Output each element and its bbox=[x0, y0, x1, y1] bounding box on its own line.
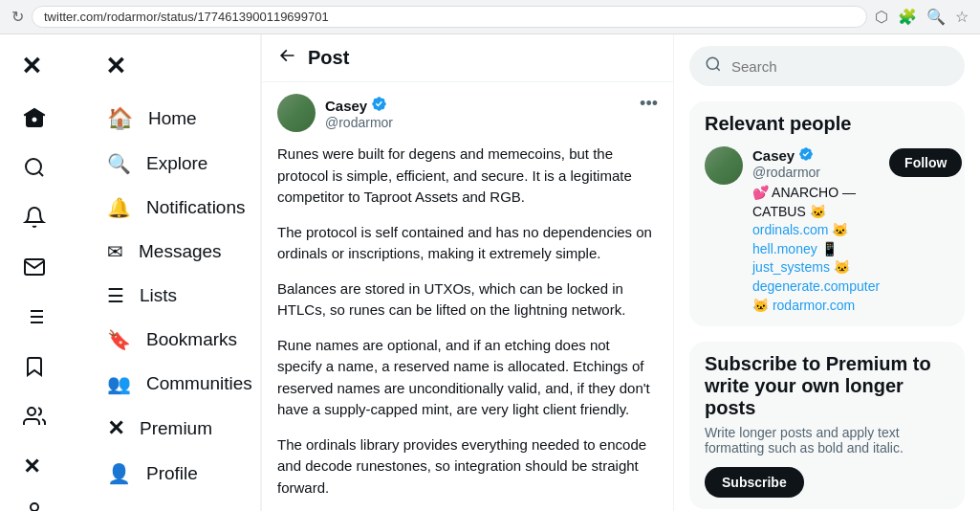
tweet-paragraph-1: Runes were built for degens and memecoin… bbox=[277, 144, 658, 209]
sidebar-item-premium-wide[interactable]: ✕ Premium bbox=[96, 407, 249, 451]
bio-link-ordinals[interactable]: ordinals.com bbox=[752, 222, 828, 237]
notifications-icon bbox=[23, 206, 46, 234]
sidebar-more-label: More bbox=[139, 507, 180, 511]
sidebar-item-communities-wide[interactable]: 👥 Communities bbox=[96, 363, 249, 405]
screenshot-icon[interactable]: ⬡ bbox=[875, 8, 888, 26]
person-info: Casey @rodarmor 💕 ANARCHO — CATBUS 🐱 ord… bbox=[752, 146, 880, 315]
lists-bars-icon: ☰ bbox=[107, 284, 124, 307]
more-circle-icon: ⊕ bbox=[107, 506, 123, 511]
url-bar[interactable] bbox=[32, 6, 867, 28]
back-button[interactable] bbox=[277, 46, 296, 70]
refresh-icon[interactable]: ↻ bbox=[11, 8, 24, 26]
tweet-paragraph-4: Rune names are optional, and if an etchi… bbox=[277, 335, 658, 421]
premium-icon: ✕ bbox=[23, 455, 40, 479]
sidebar-item-home[interactable] bbox=[11, 97, 73, 144]
sidebar-item-home-wide[interactable]: 🏠 Home bbox=[96, 97, 249, 141]
person-avatar[interactable] bbox=[705, 146, 743, 185]
sidebar: ✕ bbox=[0, 34, 84, 511]
relevant-people-widget: Relevant people Casey @rodarmor 💕 ANARCH… bbox=[689, 101, 965, 326]
sidebar-item-more-wide[interactable]: ⊕ More bbox=[96, 497, 249, 511]
zoom-icon[interactable]: 🔍 bbox=[926, 8, 946, 26]
bio-link-just[interactable]: just_systems bbox=[752, 259, 830, 275]
bio-emoji2: 📱 bbox=[821, 241, 838, 256]
search-icon bbox=[705, 56, 722, 77]
messages-env-icon: ✉ bbox=[107, 240, 123, 263]
sidebar-profile-label: Profile bbox=[146, 463, 198, 484]
verified-badge bbox=[371, 96, 387, 115]
right-sidebar: Relevant people Casey @rodarmor 💕 ANARCH… bbox=[674, 34, 980, 511]
sidebar-home-label: Home bbox=[148, 108, 197, 129]
person-verified-badge bbox=[798, 146, 814, 165]
lists-icon bbox=[23, 305, 46, 334]
author-name: Casey bbox=[325, 96, 393, 115]
main-content: Post Casey @rodarmor bbox=[261, 34, 674, 511]
person-bio-text: 💕 ANARCHO — CATBUS 🐱 bbox=[752, 185, 856, 219]
bookmarks-ribbon-icon: 🔖 bbox=[107, 328, 131, 351]
logo[interactable]: ✕ bbox=[11, 42, 73, 91]
profile-icon bbox=[23, 500, 46, 511]
bookmarks-icon bbox=[23, 355, 46, 384]
author-avatar[interactable] bbox=[277, 94, 316, 132]
sidebar-explore-label: Explore bbox=[146, 153, 207, 174]
author-handle: @rodarmor bbox=[325, 115, 393, 130]
notification-bell-icon: 🔔 bbox=[107, 196, 131, 219]
sidebar-item-messages[interactable] bbox=[11, 246, 73, 294]
sidebar-item-bookmarks[interactable] bbox=[11, 345, 73, 393]
sidebar-premium-label: Premium bbox=[140, 418, 212, 439]
sidebar-communities-label: Communities bbox=[146, 373, 252, 394]
sidebar-item-messages-wide[interactable]: ✉ Messages bbox=[96, 231, 249, 273]
svg-point-12 bbox=[707, 57, 718, 69]
bio-link-degen[interactable]: degenerate.computer bbox=[752, 278, 880, 294]
extension-icon[interactable]: 🧩 bbox=[898, 8, 917, 26]
search-bar[interactable] bbox=[689, 46, 965, 86]
sidebar-lists-label: Lists bbox=[140, 285, 177, 306]
relevant-person: Casey @rodarmor 💕 ANARCHO — CATBUS 🐱 ord… bbox=[705, 146, 949, 315]
tweet-paragraph-3: Balances are stored in UTXOs, which can … bbox=[277, 278, 658, 322]
messages-icon bbox=[23, 256, 46, 284]
sidebar-item-lists-wide[interactable]: ☰ Lists bbox=[96, 275, 249, 317]
sidebar-notifications-label: Notifications bbox=[146, 197, 246, 218]
logo-wide[interactable]: ✕ bbox=[96, 42, 249, 91]
author-info: Casey @rodarmor bbox=[325, 96, 393, 130]
person-name: Casey bbox=[752, 146, 880, 165]
svg-point-0 bbox=[26, 159, 41, 174]
sidebar-item-explore-wide[interactable]: 🔍 Explore bbox=[96, 143, 249, 185]
sidebar-item-profile[interactable] bbox=[11, 491, 73, 511]
home-icon-wide: 🏠 bbox=[107, 106, 133, 131]
svg-point-7 bbox=[28, 408, 35, 415]
tweet-container: Casey @rodarmor ••• Runes were built for… bbox=[262, 82, 673, 511]
explore-icon bbox=[23, 156, 46, 185]
premium-x-icon: ✕ bbox=[107, 416, 124, 441]
sidebar-item-bookmarks-wide[interactable]: 🔖 Bookmarks bbox=[96, 319, 249, 361]
home-icon bbox=[23, 106, 46, 135]
bio-emoji4: 🐱 bbox=[752, 298, 773, 313]
sidebar-item-notifications-wide[interactable]: 🔔 Notifications bbox=[96, 187, 249, 229]
svg-point-8 bbox=[31, 503, 38, 511]
communities-people-icon: 👥 bbox=[107, 372, 131, 395]
bio-link-hell[interactable]: hell.money bbox=[752, 241, 817, 256]
sidebar-item-notifications[interactable] bbox=[11, 196, 73, 244]
premium-description: Write longer posts and apply text format… bbox=[705, 425, 949, 455]
post-header: Post bbox=[262, 34, 673, 82]
bio-emoji3: 🐱 bbox=[834, 259, 850, 275]
tweet-more-button[interactable]: ••• bbox=[640, 94, 658, 114]
sidebar-item-lists[interactable] bbox=[11, 296, 73, 344]
sidebar-bookmarks-label: Bookmarks bbox=[146, 329, 237, 350]
subscribe-button[interactable]: Subscribe bbox=[705, 467, 804, 498]
tweet-author: Casey @rodarmor bbox=[277, 94, 393, 132]
post-page-title: Post bbox=[308, 47, 349, 69]
bio-link-rodarmor[interactable]: rodarmor.com bbox=[773, 298, 855, 313]
sidebar-item-premium[interactable]: ✕ bbox=[11, 445, 73, 489]
sidebar-item-communities[interactable] bbox=[11, 395, 73, 443]
relevant-people-title: Relevant people bbox=[705, 113, 949, 135]
tweet-paragraph-5: The ordinals library provides everything… bbox=[277, 434, 658, 500]
person-handle: @rodarmor bbox=[752, 165, 880, 180]
search-input[interactable] bbox=[731, 58, 949, 75]
bookmark-star-icon[interactable]: ☆ bbox=[955, 8, 969, 26]
sidebar-item-explore[interactable] bbox=[11, 146, 73, 194]
sidebar-labels: ✕ 🏠 Home 🔍 Explore 🔔 Notifications ✉ Mes… bbox=[84, 34, 261, 511]
premium-widget: Subscribe to Premium to write your own l… bbox=[689, 342, 965, 509]
follow-button[interactable]: Follow bbox=[889, 148, 962, 177]
profile-person-icon: 👤 bbox=[107, 462, 131, 485]
sidebar-item-profile-wide[interactable]: 👤 Profile bbox=[96, 453, 249, 495]
